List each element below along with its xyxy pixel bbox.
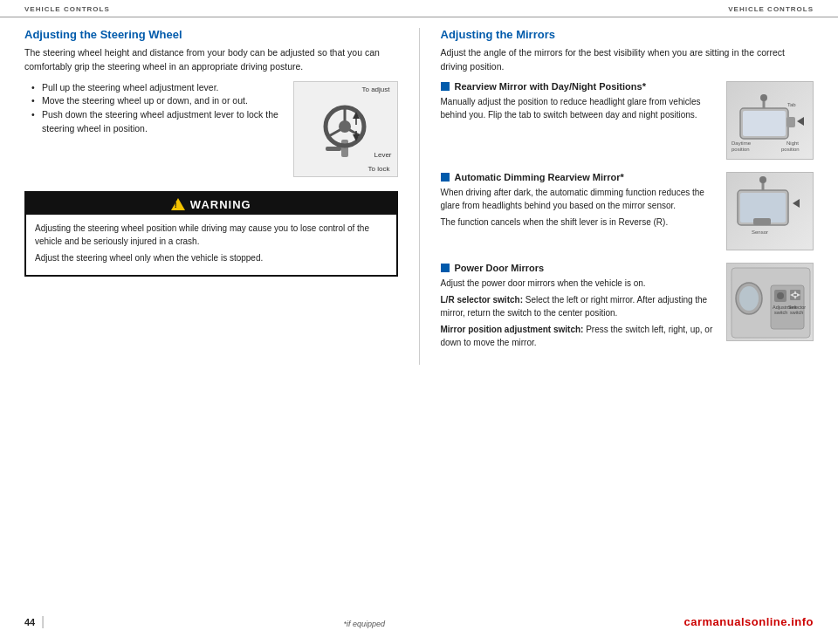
left-column: Adjusting the Steering Wheel The steerin…: [24, 28, 398, 365]
rearview-subsection: Rearview Mirror with Day/Night Positions…: [441, 81, 814, 160]
page-num-text: 44: [24, 617, 35, 627]
svg-text:Night: Night: [786, 140, 799, 146]
svg-text:Sensor: Sensor: [752, 230, 768, 235]
carmanuals-watermark: carmanualsonline.info: [684, 615, 814, 628]
power-door-mirror-adj: Mirror position adjustment switch: Press…: [441, 323, 718, 349]
svg-text:Tab: Tab: [787, 102, 796, 107]
page-number: 44 |: [24, 614, 45, 628]
rearview-mirror-image: Tab Daytime position Night position: [726, 81, 814, 160]
svg-text:position: position: [781, 147, 800, 152]
bullet-1: Pull up the steering wheel adjustment le…: [31, 81, 285, 95]
steering-bullets: Pull up the steering wheel adjustment le…: [31, 81, 285, 168]
right-column: Adjusting the Mirrors Adjust the angle o…: [419, 28, 814, 365]
svg-rect-0: [341, 140, 348, 157]
bullet-3: Push down the steering wheel adjustment …: [31, 108, 285, 136]
power-door-lr: L/R selector switch: Select the left or …: [441, 293, 718, 319]
svg-marker-16: [797, 117, 804, 126]
auto-dimming-title: Automatic Dimming Rearview Mirror*: [441, 172, 718, 182]
warning-line-2: Adjust the steering wheel only when the …: [35, 251, 388, 264]
svg-text:position: position: [732, 147, 750, 152]
bullet-2: Move the steering wheel up or down, and …: [31, 94, 285, 108]
power-door-body-intro: Adjust the power door mirrors when the v…: [441, 277, 718, 290]
warning-triangle-icon: [171, 198, 185, 210]
power-door-image: Adjustment switch Selector switch: [726, 263, 814, 341]
svg-marker-26: [793, 199, 800, 208]
svg-point-25: [759, 176, 766, 183]
svg-rect-27: [753, 218, 771, 225]
header-right: VEHICLE CONTROLS: [728, 5, 814, 13]
warning-header: WARNING: [26, 193, 396, 215]
rearview-title: Rearview Mirror with Day/Night Positions…: [441, 81, 718, 92]
power-door-subsection: Power Door Mirrors Adjust the power door…: [441, 263, 814, 353]
svg-rect-13: [786, 117, 795, 127]
steering-wheel-image: To adjust: [293, 81, 398, 177]
steering-wheel-svg: [308, 96, 382, 161]
power-door-text: Power Door Mirrors Adjust the power door…: [441, 263, 718, 353]
svg-point-15: [760, 94, 767, 101]
lr-label: L/R selector switch:: [441, 295, 523, 305]
mirrors-title: Adjusting the Mirrors: [441, 28, 814, 41]
to-lock-label: To lock: [368, 165, 390, 173]
if-equipped: *if equipped: [343, 620, 385, 628]
mirrors-intro: Adjust the angle of the mirrors for the …: [441, 46, 814, 74]
to-adjust-label: To adjust: [361, 86, 389, 93]
svg-rect-23: [740, 193, 786, 223]
rearview-svg: Tab Daytime position Night position: [727, 82, 814, 160]
steering-title: Adjusting the Steering Wheel: [24, 28, 398, 41]
blue-square-icon-2: [441, 173, 450, 182]
auto-dimming-image: Sensor: [726, 172, 814, 250]
sensor-svg: Sensor: [727, 173, 814, 250]
warning-box: WARNING Adjusting the steering wheel pos…: [24, 191, 398, 277]
svg-rect-1: [326, 147, 341, 151]
page-divider: |: [41, 614, 45, 628]
blue-square-icon: [441, 82, 450, 91]
power-door-title: Power Door Mirrors: [441, 263, 718, 273]
blue-square-icon-3: [441, 264, 450, 272]
svg-text:switch: switch: [790, 310, 803, 315]
warning-body: Adjusting the steering wheel position wh…: [26, 215, 396, 275]
auto-dimming-body2: The function cancels when the shift leve…: [441, 216, 718, 229]
svg-point-6: [339, 120, 351, 133]
rearview-text: Rearview Mirror with Day/Night Positions…: [441, 81, 718, 160]
svg-line-4: [327, 129, 341, 137]
auto-dimming-text: Automatic Dimming Rearview Mirror* When …: [441, 172, 718, 250]
header-left: VEHICLE CONTROLS: [24, 5, 110, 13]
svg-text:switch: switch: [774, 310, 787, 315]
svg-point-31: [739, 286, 759, 311]
lever-label: Lever: [374, 151, 391, 159]
page-footer: 44 | *if equipped carmanualsonline.info: [0, 614, 838, 628]
steering-intro: The steering wheel height and distance f…: [24, 46, 398, 74]
door-mirror-svg: Adjustment switch Selector switch: [727, 264, 814, 341]
mirror-adj-label: Mirror position adjustment switch:: [441, 325, 584, 334]
auto-dimming-subsection: Automatic Dimming Rearview Mirror* When …: [441, 172, 814, 250]
auto-dimming-body1: When driving after dark, the automatic d…: [441, 186, 718, 212]
rearview-body: Manually adjust the position to reduce h…: [441, 95, 718, 121]
page-header: VEHICLE CONTROLS VEHICLE CONTROLS: [0, 0, 838, 17]
warning-line-1: Adjusting the steering wheel position wh…: [35, 222, 388, 248]
svg-rect-12: [743, 111, 786, 136]
svg-point-34: [777, 292, 784, 299]
warning-title: WARNING: [190, 198, 251, 211]
svg-text:Daytime: Daytime: [732, 140, 752, 146]
